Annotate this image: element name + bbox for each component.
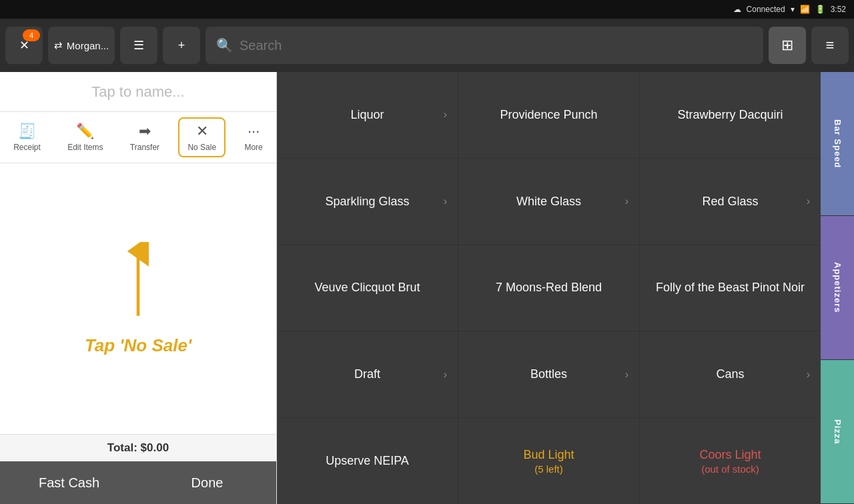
order-name-placeholder: Tap to name...	[91, 83, 184, 101]
no-sale-label: No Sale	[187, 143, 216, 152]
wifi-icon: ▾	[791, 5, 795, 14]
menu-item-providence-punch[interactable]: Providence Punch	[458, 72, 639, 158]
menu-item-bottles[interactable]: Bottles ›	[458, 331, 639, 417]
menu-item-folly[interactable]: Folly of the Beast Pinot Noir	[640, 245, 821, 331]
menu-grid: Liquor › Providence Punch Strawberry Dac…	[277, 72, 821, 504]
appetizers-label: Appetizers	[833, 262, 843, 313]
close-button[interactable]: ✕	[5, 27, 43, 64]
bottles-label: Bottles	[530, 367, 567, 381]
search-input[interactable]	[240, 38, 753, 53]
folly-label: Folly of the Beast Pinot Noir	[656, 281, 805, 295]
liquor-label: Liquor	[350, 108, 384, 122]
grid-icon: ⊞	[781, 37, 793, 54]
instruction-area: Tap 'No Sale'	[0, 163, 276, 434]
transfer-label: Transfer	[130, 143, 159, 152]
plus-icon: +	[178, 39, 185, 53]
coors-light-sub: (out of stock)	[699, 463, 761, 475]
red-glass-label: Red Glass	[702, 195, 758, 209]
receipt-button[interactable]: 🧾 Receipt	[5, 120, 49, 155]
providence-punch-label: Providence Punch	[500, 108, 597, 122]
side-tab-pizza[interactable]: Pizza	[821, 360, 854, 504]
chevron-icon: ›	[625, 369, 628, 381]
time-display: 3:52	[831, 5, 846, 14]
bud-light-label: Bud Light	[523, 448, 574, 462]
white-glass-label: White Glass	[516, 195, 581, 209]
grid-view-button[interactable]: ⊞	[769, 27, 806, 64]
transfer-icon: ⇄	[54, 39, 63, 51]
menu-item-cans[interactable]: Cans ›	[640, 331, 821, 417]
pizza-label: Pizza	[833, 419, 843, 445]
transfer-button[interactable]: ➡ Transfer	[122, 120, 167, 155]
edit-items-button[interactable]: ✏️ Edit Items	[59, 120, 111, 155]
bar-speed-label: Bar Speed	[833, 119, 843, 168]
toolbar: ✕ ⇄ Morgan... ☰ + 🔍 ⊞ ≡	[0, 19, 854, 72]
draft-label: Draft	[354, 367, 380, 381]
veuve-label: Veuve Clicquot Brut	[314, 281, 420, 295]
connected-status: Connected	[747, 5, 785, 14]
chevron-icon: ›	[444, 109, 447, 121]
side-tab-appetizers[interactable]: Appetizers	[821, 216, 854, 360]
more-label: More	[244, 143, 262, 152]
main-content: Tap to name... 🧾 Receipt ✏️ Edit Items ➡…	[0, 72, 854, 504]
order-button[interactable]: ⇄ Morgan...	[48, 27, 115, 64]
menu-item-sparkling-glass[interactable]: Sparkling Glass ›	[277, 159, 458, 245]
chevron-icon: ›	[625, 195, 628, 207]
menu-item-red-glass[interactable]: Red Glass ›	[640, 159, 821, 245]
receipt-label: Receipt	[13, 143, 41, 152]
add-button[interactable]: +	[163, 27, 200, 64]
order-name-area[interactable]: Tap to name...	[0, 72, 276, 112]
strawberry-dacquiri-label: Strawberry Dacquiri	[677, 108, 783, 122]
sparkling-glass-label: Sparkling Glass	[325, 195, 409, 209]
signal-icon: 📶	[800, 5, 810, 14]
more-button[interactable]: ··· More	[236, 120, 270, 155]
cloud-icon: ☁	[733, 5, 741, 14]
order-label: Morgan...	[67, 40, 109, 51]
menu-item-veuve[interactable]: Veuve Clicquot Brut	[277, 245, 458, 331]
list-view-icon: ≡	[826, 37, 835, 54]
list-icon: ☰	[133, 38, 144, 53]
upserve-neipa-label: Upserve NEIPA	[326, 454, 409, 468]
menu-item-coors-light[interactable]: Coors Light (out of stock)	[640, 418, 821, 504]
edit-items-label: Edit Items	[67, 143, 103, 152]
menu-item-liquor[interactable]: Liquor ›	[277, 72, 458, 158]
cans-label: Cans	[716, 367, 744, 381]
edit-icon: ✏️	[76, 123, 94, 140]
more-icon: ···	[248, 123, 260, 140]
menu-item-7moons[interactable]: 7 Moons-Red Blend	[458, 245, 639, 331]
status-bar: ☁ Connected ▾ 📶 🔋 3:52	[0, 0, 854, 19]
transfer-icon2: ➡	[139, 123, 151, 140]
arrow-up-icon	[118, 242, 158, 322]
right-panel: Liquor › Providence Punch Strawberry Dac…	[277, 72, 854, 504]
menu-item-strawberry-dacquiri[interactable]: Strawberry Dacquiri	[640, 72, 821, 158]
tap-instruction: Tap 'No Sale'	[85, 335, 191, 356]
order-buttons: Fast Cash Done	[0, 461, 276, 504]
chevron-icon: ›	[444, 369, 447, 381]
order-total: Total: $0.00	[0, 434, 276, 461]
menu-item-draft[interactable]: Draft ›	[277, 331, 458, 417]
menu-item-white-glass[interactable]: White Glass ›	[458, 159, 639, 245]
left-panel: Tap to name... 🧾 Receipt ✏️ Edit Items ➡…	[0, 72, 277, 504]
receipt-icon: 🧾	[18, 123, 36, 140]
battery-icon: 🔋	[815, 5, 825, 14]
chevron-icon: ›	[807, 369, 810, 381]
bud-light-sub: (5 left)	[523, 463, 574, 475]
chevron-icon: ›	[444, 195, 447, 207]
coors-light-label: Coors Light	[699, 448, 761, 462]
no-sale-button[interactable]: ✕ No Sale	[178, 117, 226, 157]
done-button[interactable]: Done	[138, 461, 276, 504]
menu-item-bud-light[interactable]: Bud Light (5 left)	[458, 418, 639, 504]
order-actions: 🧾 Receipt ✏️ Edit Items ➡ Transfer ✕ No …	[0, 112, 276, 163]
side-tab-bar-speed[interactable]: Bar Speed	[821, 72, 854, 216]
no-sale-icon: ✕	[196, 123, 208, 140]
search-icon: 🔍	[216, 37, 233, 53]
side-tabs: Bar Speed Appetizers Pizza	[821, 72, 854, 504]
7moons-label: 7 Moons-Red Blend	[496, 281, 602, 295]
search-bar[interactable]: 🔍	[205, 27, 763, 64]
list-button[interactable]: ☰	[120, 27, 157, 64]
menu-item-upserve-neipa[interactable]: Upserve NEIPA	[277, 418, 458, 504]
list-view-button[interactable]: ≡	[811, 27, 849, 64]
chevron-icon: ›	[807, 195, 810, 207]
fast-cash-button[interactable]: Fast Cash	[0, 461, 138, 504]
